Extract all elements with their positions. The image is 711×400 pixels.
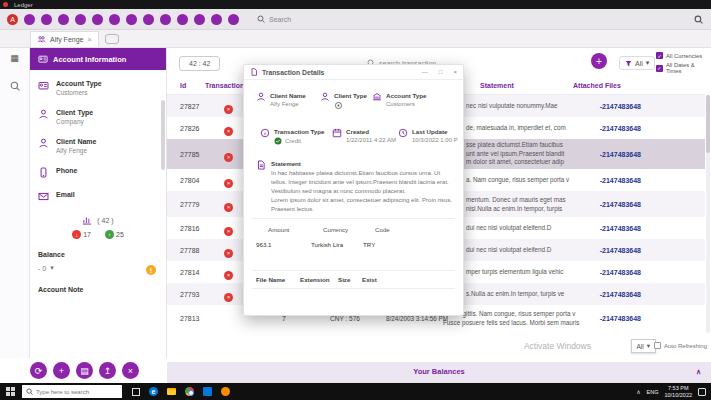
checkbox-icon: ✓ [656,65,663,72]
folder-icon[interactable] [167,388,176,395]
amount-value: 963.1 [256,241,311,248]
refresh-button[interactable]: ⟳ [30,362,47,379]
chrome-icon[interactable] [185,387,194,396]
toolbar-button-4[interactable] [75,14,86,25]
cell-statement: dui nec nisi volutpat eleifend.D [466,224,551,233]
column-id[interactable]: Id [180,82,186,89]
toolbar-button-5[interactable] [92,14,103,25]
filter-icon [625,60,632,67]
debit-count: ↓17 [72,230,91,239]
collapse-icon[interactable]: ∧ [696,368,701,376]
cell-id: 27814 [180,269,199,276]
field-email: Email [38,191,158,202]
detail-statement: StatementIn hac habitasse platea dictums… [256,160,454,214]
archive-button[interactable]: ▤ [76,362,93,379]
windows-taskbar: e ∧ ENG 7:53 PM 10/10/2022 [0,383,711,400]
clock-time: 7:53 PM [664,385,692,392]
dialog-body: Client NameAlfy Fenge Client Type Accoun… [244,80,463,316]
close-button[interactable]: × [453,69,457,75]
language-indicator[interactable]: ENG [647,389,659,395]
size-column[interactable]: Size [338,276,362,283]
toolbar-button-12[interactable] [211,14,222,25]
field-account-type: Account TypeCustomers [38,80,158,96]
table-scrollbar[interactable] [706,95,710,333]
filter-dropdown[interactable]: All ▾ [619,56,655,70]
taskbar-search-input[interactable] [36,389,116,395]
balances-label: Your Balances [413,367,465,376]
transaction-stats: ( 42 ) ↓17 ↑25 [38,215,158,239]
search-icon[interactable] [694,15,703,24]
global-search[interactable] [257,15,694,23]
dialog-title-bar[interactable]: Transaction Details — □ × [244,65,463,80]
task-view-button[interactable] [132,388,140,396]
tray-expand-icon[interactable]: ∧ [636,388,640,395]
taskbar-clock[interactable]: 7:53 PM 10/10/2022 [664,385,692,399]
document-icon [256,160,266,170]
clients-icon [37,35,46,44]
search-icon [257,15,265,23]
tab-alfy-fenge[interactable]: Alfy Fenge × [30,31,99,47]
export-button[interactable]: ↥ [99,362,116,379]
close-icon[interactable]: × [87,36,91,43]
cell-statement: mper turpis elementum ligula vehic [466,268,563,277]
start-button[interactable] [6,387,16,397]
search-input[interactable] [269,16,569,23]
cell-id: 27813 [180,315,199,322]
user-avatar[interactable]: A [7,14,18,25]
field-value: Alfy Fenge [56,147,96,154]
media-player-icon[interactable] [221,387,230,396]
page-size-dropdown[interactable]: All ▾ [631,339,657,353]
record-range[interactable]: 42 : 42 [179,56,220,71]
panel-title: Account Information [53,55,126,64]
detail-value: 10/3/2022 1:00 P [412,137,458,143]
balance-selector[interactable]: - 0 ▾ [38,264,158,272]
sidebar-scrollbar[interactable] [161,100,165,170]
chevron-down-icon[interactable]: ▾ [50,264,54,272]
balance-label: Balance [38,251,158,258]
apps-grid-icon[interactable]: ▦ [10,54,19,63]
column-attached-files[interactable]: Attached Files [573,82,621,89]
field-label: Email [56,191,75,198]
action-button-bar: ⟳ + ▤ ↥ × [0,358,167,383]
toolbar-button-8[interactable] [143,14,154,25]
checkbox-all-currencies[interactable]: ✓All Currencies [656,52,711,59]
toolbar-button-11[interactable] [194,14,205,25]
toolbar-button-13[interactable] [228,14,239,25]
minimize-button[interactable]: — [422,69,428,75]
scrollbar-thumb[interactable] [706,95,710,153]
taskbar-search[interactable] [22,385,122,398]
field-label: Client Name [56,138,96,145]
notification-icon[interactable] [698,388,706,396]
clock-icon [398,128,408,138]
extension-column[interactable]: Extension [300,276,338,283]
bank-icon [372,92,382,102]
toolbar-button-3[interactable] [58,14,69,25]
auto-refresh-checkbox[interactable]: Auto Refreshing [654,342,707,349]
toolbar-button-7[interactable] [126,14,137,25]
cell-attached-files: -2147483648 [600,151,641,158]
edge-icon[interactable]: e [149,387,158,396]
store-icon[interactable] [203,387,212,396]
toolbar-button-10[interactable] [177,14,188,25]
decrease-icon: ↓ [72,230,81,239]
checkbox-all-dates[interactable]: ✓All Dates & Times [656,62,711,74]
file-name-column[interactable]: File Name [256,276,300,283]
add-button[interactable]: + [53,362,70,379]
toolbar-button-2[interactable] [41,14,52,25]
new-tab-button[interactable] [105,34,119,44]
add-transaction-button[interactable]: + [591,53,607,69]
exist-column[interactable]: Exist [362,276,392,283]
cell-statement: de, malesuada in, imperdiet et, com [466,124,566,133]
toolbar-button-9[interactable] [160,14,171,25]
field-client-type: Client TypeCompany [38,109,158,125]
close-button[interactable]: × [122,362,139,379]
toolbar-button-1[interactable] [24,14,35,25]
column-statement[interactable]: Statement [480,82,514,89]
company-type-icon [334,101,343,110]
your-balances-bar[interactable]: Your Balances ∧ [167,362,711,381]
maximize-button[interactable]: □ [439,69,443,75]
toolbar-button-6[interactable] [109,14,120,25]
cell-statement: mentum. Donec ut mauris eget mas nisl.Nu… [466,196,566,213]
debit-icon: × [224,263,233,281]
search-icon[interactable] [10,81,20,91]
